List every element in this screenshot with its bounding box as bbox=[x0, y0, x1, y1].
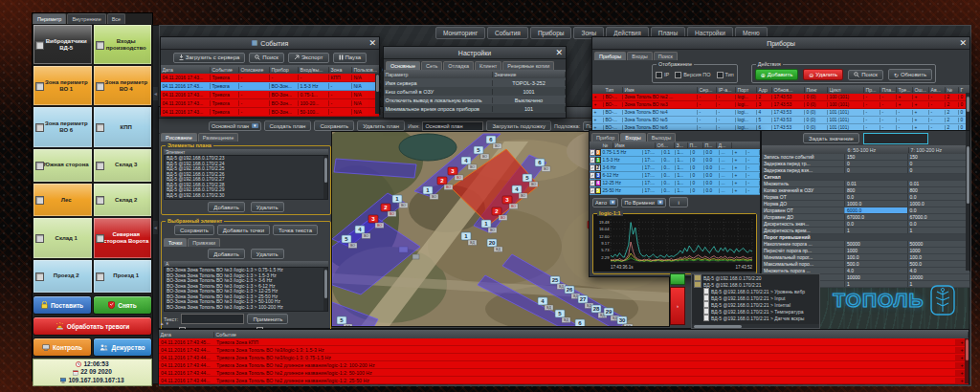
apply-button[interactable]: Применить bbox=[247, 314, 288, 324]
zone-button-3[interactable]: Зона периметр ВО 1 bbox=[33, 65, 93, 106]
device-add-button[interactable]: ⊕Добавить bbox=[755, 69, 799, 80]
selected-save-button[interactable]: Сохранить bbox=[174, 225, 214, 235]
param-row[interactable]: Исправен ДО67000.067000.0 bbox=[762, 214, 969, 221]
zone-checkbox[interactable] bbox=[96, 272, 104, 281]
close-icon[interactable]: ✕ bbox=[959, 37, 967, 49]
zone-checkbox[interactable] bbox=[35, 196, 44, 205]
spectrum-chart[interactable]: 19.4816.0412.609.175.732.2917:43:36.1s17… bbox=[593, 214, 756, 272]
element-add-button[interactable]: Добавить bbox=[208, 202, 245, 212]
zone-button-10[interactable]: Склад 2 bbox=[93, 183, 153, 217]
param-row[interactable]: Запись после событий150150 bbox=[762, 154, 969, 161]
param-row[interactable]: Колво значений в ОЗУ800800 bbox=[762, 187, 969, 194]
settings-tab-2[interactable]: Сеть bbox=[421, 61, 442, 70]
scrollbar[interactable] bbox=[966, 93, 969, 130]
param-row[interactable]: Исправен ОТ6000.00.0 bbox=[762, 207, 969, 214]
zone-checkbox[interactable] bbox=[96, 123, 104, 132]
zone-checkbox[interactable] bbox=[96, 41, 104, 50]
zone-button-13[interactable]: Проезд 2 bbox=[33, 259, 93, 294]
param-row[interactable]: Максимальный поро...500.0500.0 bbox=[762, 261, 969, 268]
element-remove-button[interactable]: Удалить bbox=[251, 202, 284, 212]
device-row[interactable]: +ВО-...Зона Тополь ВО №5--logi...517:43:… bbox=[592, 117, 969, 124]
alarm-row[interactable]: 04.11.2016 17:43:44...Тревога Зона Топол… bbox=[159, 346, 969, 354]
events-window-titlebar[interactable]: ▦ События ✕ bbox=[161, 37, 379, 50]
point-add-button[interactable]: Добавить bbox=[208, 249, 245, 259]
points-tab-2[interactable]: Привязки bbox=[188, 238, 220, 247]
arm-button[interactable]: Поставить bbox=[33, 295, 92, 315]
main-tab-2[interactable]: События bbox=[487, 27, 528, 39]
disarm-button[interactable]: Снять bbox=[93, 295, 152, 315]
load-underlay-button[interactable]: Загрузить подложку bbox=[486, 120, 551, 131]
device-delete-button[interactable]: ⊖Удалить bbox=[803, 69, 843, 80]
sidebar-tab-3[interactable]: Все bbox=[107, 13, 125, 24]
plan-mode-tab-1[interactable]: Рисование bbox=[161, 133, 197, 142]
points-tab-1[interactable]: Точки bbox=[164, 238, 187, 247]
settings-tab-4[interactable]: Клиент bbox=[475, 61, 501, 70]
device-refresh-button[interactable]: ↻Обновить bbox=[888, 69, 932, 80]
devices-tab-3[interactable]: Поиск bbox=[654, 52, 678, 60]
display-option-type[interactable]: Тип bbox=[717, 72, 734, 78]
tree-item[interactable]: ВД-5 @192.168.0.170/2:21 bbox=[692, 281, 819, 288]
settings-row[interactable]: Имя сервераTOPOL-3-252 bbox=[384, 78, 566, 87]
tree-item[interactable]: ВД-5 @192.168.0.170/2:21 > Уровень вибр bbox=[692, 288, 819, 294]
param-row[interactable]: Минимальный порог...100.0100.0 bbox=[762, 254, 969, 261]
param-row[interactable]: Дискретность врем...11 bbox=[762, 228, 969, 234]
settings-tab-5[interactable]: Резервные копии bbox=[502, 61, 554, 70]
plan-mode-tab-2[interactable]: Размещение bbox=[198, 133, 239, 142]
zone-checkbox[interactable] bbox=[96, 82, 104, 91]
zone-button-4[interactable]: Зона периметр ВО 4 bbox=[93, 65, 153, 106]
devices-tab-2[interactable]: Входы bbox=[627, 52, 652, 60]
zone-button-9[interactable]: Лес bbox=[33, 183, 93, 217]
settings-table-header[interactable]: Параметр Значение bbox=[384, 70, 566, 78]
search-button[interactable]: Поиск bbox=[249, 53, 284, 63]
zone-button-7[interactable]: Южная сторона bbox=[33, 148, 93, 183]
param-row[interactable]: Дискретность знач...0.00.0 bbox=[762, 221, 969, 228]
close-icon[interactable]: ✕ bbox=[555, 47, 563, 58]
events-table-header[interactable]: ДатаСобытиеОписаниеПриборВход/вы...ЗонаП… bbox=[161, 65, 379, 74]
indicator-ok-segment[interactable] bbox=[670, 273, 685, 285]
settings-row[interactable]: Кеш событий в ОЗУ1001 bbox=[384, 87, 566, 96]
set-value-button[interactable]: Задать значение bbox=[803, 133, 859, 143]
settings-tab-1[interactable]: Основные bbox=[386, 61, 420, 70]
devices-tab-1[interactable]: Приборы bbox=[594, 52, 626, 60]
text-input[interactable] bbox=[181, 314, 244, 324]
device-row[interactable]: +ВО-...Зона Тополь ВО №4--logi...417:43:… bbox=[592, 109, 969, 117]
inputs-tab-1[interactable]: Прибор bbox=[591, 133, 619, 142]
main-tab-1[interactable]: Мониторинг bbox=[435, 27, 485, 39]
alarm-row[interactable]: 04.11.2016 17:43:44...Тревога Зона Топол… bbox=[159, 361, 969, 369]
delete-plan-button[interactable]: Удалить план bbox=[357, 120, 405, 131]
process-alarms-button[interactable]: Обработать тревоги bbox=[33, 316, 152, 336]
zone-button-6[interactable]: КПП bbox=[93, 106, 153, 147]
devices-table-header[interactable]: ТипИмяСер...IP-а...ПортАдрОбнов...ПингЦи… bbox=[592, 85, 969, 94]
inputs-tab-3[interactable]: Выходы bbox=[647, 133, 676, 142]
alarm-row[interactable]: 04.11.2016 17:43:45...Тревога Зона КПП+ bbox=[159, 338, 969, 346]
zone-button-8[interactable]: Склад 3 bbox=[93, 148, 153, 183]
param-row[interactable]: Накопление порога ...5000050000 bbox=[762, 241, 969, 248]
load-from-server-button[interactable]: Загрузить с сервера bbox=[173, 53, 246, 63]
param-row[interactable]: Задержка перед тр...00 bbox=[762, 161, 969, 167]
event-row[interactable]: 04.11.2016 17:43...Тревога-ВО-Зон...100-… bbox=[161, 99, 379, 108]
close-icon[interactable]: ✕ bbox=[368, 37, 376, 49]
point-remove-button[interactable]: Удалить bbox=[251, 249, 284, 259]
settings-row[interactable]: Отключить вывод в локальную консольВыклю… bbox=[384, 96, 566, 104]
alarm-sort-buttons[interactable]: ▲▼ bbox=[160, 321, 169, 326]
param-row[interactable]: Пересчёт порога пр...10001000 bbox=[762, 248, 969, 254]
display-option-version[interactable]: Версия ПО bbox=[675, 72, 710, 78]
control-button[interactable]: Контроль bbox=[33, 338, 92, 357]
settings-row[interactable]: Минимальное время опроса приборов101 bbox=[384, 104, 566, 113]
input-channel-row[interactable]: ✓36-12 Hz17:...0...1...00.0...+- bbox=[590, 172, 760, 180]
pause-button[interactable]: Пауза bbox=[333, 53, 368, 63]
point-item[interactable]: ВО-Зона Зона Тополь ВО №3 /logic-1:3 > 1… bbox=[165, 305, 327, 311]
inputs-table-header[interactable]: №ИмяОб...З...П...П...Д... bbox=[590, 142, 760, 149]
input-channel-row[interactable]: ✓00.75-1.5 Hz17:...0.11...00.0...+- bbox=[590, 149, 760, 157]
input-channel-row[interactable]: ✓525-50 Hz17:...0...1...00.0...+- bbox=[590, 187, 760, 195]
param-row[interactable]: Задержка перед взя...00 bbox=[762, 167, 969, 174]
inputs-tab-2[interactable]: Входы bbox=[620, 133, 645, 142]
main-tab-3[interactable]: Приборы bbox=[530, 27, 572, 39]
alarm-row[interactable]: 04.11.2016 17:43:44...Тревога Зона Топол… bbox=[159, 354, 969, 361]
param-row[interactable]: Сигнал bbox=[762, 174, 969, 181]
zone-checkbox[interactable] bbox=[35, 82, 44, 91]
zone-button-14[interactable]: Проезд 1 bbox=[93, 259, 153, 294]
tree-item[interactable]: ВД-5 @192.168.0.170/2:21 > Датчик вскры bbox=[692, 315, 819, 321]
param-row[interactable]: Множитель0.010.01 bbox=[762, 181, 969, 187]
alarm-row[interactable]: 04.11.2016 17:43:44...Тревога Зона Топол… bbox=[159, 377, 969, 384]
